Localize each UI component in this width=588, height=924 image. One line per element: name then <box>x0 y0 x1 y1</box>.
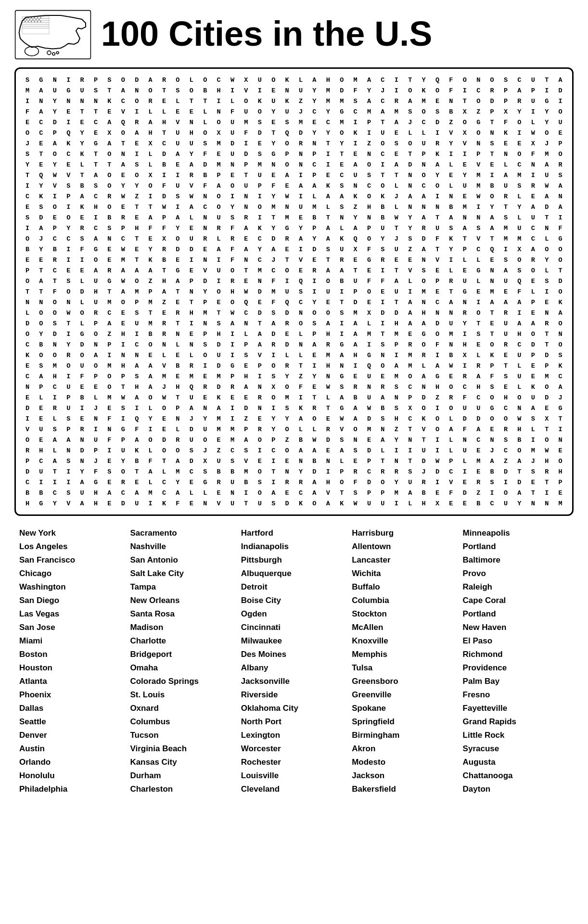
puzzle-cell: E <box>472 466 485 477</box>
puzzle-cell: W <box>349 498 362 509</box>
puzzle-cell: P <box>554 138 567 149</box>
puzzle-cell: E <box>554 445 567 456</box>
puzzle-cell: A <box>512 85 526 96</box>
puzzle-cell: N <box>198 191 212 202</box>
puzzle-cell: N <box>458 297 472 308</box>
puzzle-cell: P <box>362 223 376 233</box>
puzzle-cell: K <box>212 392 226 403</box>
puzzle-cell: O <box>198 75 212 85</box>
puzzle-cell: U <box>185 233 198 244</box>
puzzle-cell: K <box>34 191 48 202</box>
puzzle-cell: M <box>267 202 280 212</box>
puzzle-cell: W <box>321 382 335 392</box>
puzzle-cell: L <box>48 445 62 456</box>
puzzle-cell: D <box>226 138 239 149</box>
puzzle-cell: C <box>307 159 321 170</box>
puzzle-cell: M <box>554 498 567 509</box>
puzzle-cell: N <box>390 456 403 466</box>
puzzle-cell: E <box>212 435 226 445</box>
puzzle-cell: O <box>226 180 239 191</box>
puzzle-cell: A <box>212 180 226 191</box>
puzzle-cell: O <box>62 212 75 223</box>
puzzle-cell: A <box>486 223 499 233</box>
puzzle-cell: D <box>281 308 294 318</box>
puzzle-cell: I <box>267 477 280 488</box>
puzzle-cell: T <box>349 265 362 276</box>
puzzle-cell: E <box>102 244 116 255</box>
puzzle-cell: U <box>239 106 253 117</box>
svg-point-20 <box>28 21 29 22</box>
puzzle-cell: E <box>526 477 540 488</box>
puzzle-cell: I <box>390 498 403 509</box>
puzzle-cell: B <box>239 477 253 488</box>
puzzle-cell: S <box>349 96 362 106</box>
puzzle-cell: D <box>157 149 171 159</box>
puzzle-cell: S <box>239 445 253 456</box>
puzzle-cell: P <box>526 85 540 96</box>
puzzle-cell: N <box>62 445 75 456</box>
puzzle-cell: I <box>486 488 499 498</box>
puzzle-cell: R <box>116 212 130 223</box>
puzzle-cell: E <box>554 488 567 498</box>
puzzle-cell: V <box>321 488 335 498</box>
puzzle-cell: N <box>554 329 567 339</box>
puzzle-cell: O <box>34 308 48 318</box>
puzzle-cell: C <box>512 159 526 170</box>
puzzle-cell: P <box>89 318 102 329</box>
puzzle-cell: C <box>89 223 102 233</box>
puzzle-cell: Q <box>349 233 362 244</box>
puzzle-cell: D <box>48 117 62 128</box>
puzzle-cell: C <box>486 498 499 509</box>
puzzle-cell: A <box>294 445 307 456</box>
puzzle-cell: N <box>499 149 512 159</box>
puzzle-cell: P <box>48 128 62 138</box>
puzzle-cell: R <box>458 308 472 318</box>
puzzle-cell: K <box>130 445 143 456</box>
puzzle-cell: Y <box>62 223 75 233</box>
puzzle-cell: L <box>540 265 553 276</box>
puzzle-cell: X <box>362 308 376 318</box>
puzzle-cell: F <box>76 244 89 255</box>
puzzle-cell: S <box>226 456 239 466</box>
puzzle-cell: Q <box>62 128 75 138</box>
puzzle-cell: I <box>431 403 444 413</box>
puzzle-cell: X <box>267 382 280 392</box>
puzzle-cell: E <box>157 413 171 424</box>
puzzle-cell: R <box>116 477 130 488</box>
puzzle-cell: G <box>540 96 553 106</box>
puzzle-cell: L <box>458 255 472 265</box>
puzzle-cell: H <box>321 360 335 371</box>
puzzle-cell: U <box>349 276 362 286</box>
puzzle-cell: W <box>116 191 130 202</box>
puzzle-cell: E <box>185 265 198 276</box>
puzzle-cell: C <box>294 297 307 308</box>
puzzle-cell: L <box>444 159 458 170</box>
puzzle-cell: I <box>89 424 102 435</box>
puzzle-cell: G <box>102 276 116 286</box>
word-list-item: Miami <box>19 635 125 647</box>
word-list-item: Allentown <box>352 541 458 552</box>
puzzle-cell: N <box>417 255 431 265</box>
puzzle-cell: E <box>21 255 34 265</box>
word-list-item: Durham <box>130 770 236 782</box>
puzzle-cell: A <box>116 85 130 96</box>
puzzle-cell: U <box>212 350 226 360</box>
puzzle-cell: O <box>34 318 48 329</box>
puzzle-cell: Y <box>307 297 321 308</box>
puzzle-cell: N <box>403 180 417 191</box>
svg-point-25 <box>25 47 39 56</box>
puzzle-cell: D <box>212 382 226 392</box>
puzzle-cell: S <box>253 117 267 128</box>
puzzle-cell: R <box>157 244 171 255</box>
puzzle-cell: A <box>239 223 253 233</box>
puzzle-cell: P <box>499 85 512 96</box>
puzzle-cell: C <box>417 180 431 191</box>
word-list-item: Houston <box>19 662 125 674</box>
puzzle-cell: P <box>130 297 143 308</box>
puzzle-cell: Y <box>403 223 417 233</box>
puzzle-cell: O <box>171 445 184 456</box>
puzzle-cell: N <box>554 191 567 202</box>
puzzle-cell: S <box>267 308 280 318</box>
puzzle-cell: C <box>116 488 130 498</box>
puzzle-cell: I <box>321 466 335 477</box>
